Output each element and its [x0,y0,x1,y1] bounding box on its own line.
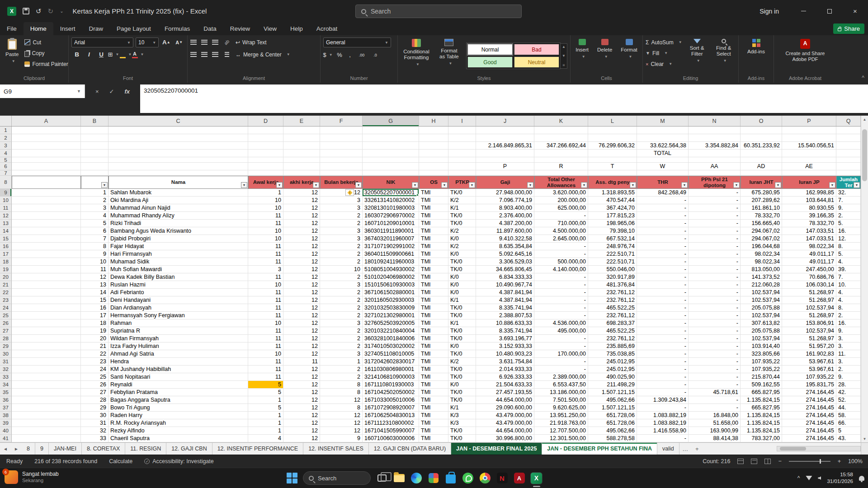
cell-G17[interactable]: 3604011509900661 [363,250,419,258]
cell-L24[interactable]: 465.522,25 [588,304,637,312]
cell-O26[interactable]: 307.613,82 [741,319,782,327]
cell-J30[interactable]: 10.480.903,23 [476,350,534,358]
vertical-scrollbar[interactable]: ▲ ▼ [861,116,868,442]
cell-M19[interactable]: - [637,266,689,273]
cell-O24[interactable]: 205.075,88 [741,304,782,312]
cell-F32[interactable]: 2 [320,366,363,373]
cell-B16[interactable]: 8 [81,243,108,250]
cell-L22[interactable]: 232.761,12 [588,289,637,296]
cell-N17[interactable]: - [689,250,741,258]
cell-E3[interactable] [283,142,320,150]
cell-G37[interactable]: 1671072908920007 [363,404,419,412]
cell-M36[interactable]: 1.309.243,84 [637,396,689,404]
cell-N38[interactable]: 16.848,00 [689,412,741,419]
cell-P4[interactable] [782,150,836,157]
cell-L13[interactable]: 198.965,06 [588,220,637,227]
cell-G5[interactable] [363,157,419,163]
cell-C15[interactable]: Djabid Probogiri [108,235,248,243]
cell-K26[interactable]: 4.536.000,00 [534,319,588,327]
cell-O38[interactable]: 1.135.824,15 [741,412,782,419]
cell-G2[interactable] [363,134,419,142]
cell-F8[interactable]: Bulan bekerja▼ [320,176,363,189]
cell-A6[interactable] [12,163,81,170]
cell-E23[interactable]: 12 [283,296,320,304]
filter-button-Q[interactable]: ▼ [854,182,860,188]
cell-Q35[interactable]: 42. [836,389,861,396]
cell-F27[interactable]: 2 [320,327,363,335]
cell-L38[interactable]: 651.728,06 [588,412,637,419]
cell-M17[interactable]: - [637,250,689,258]
cell-C32[interactable]: KM Jushandy Habibillah [108,366,248,373]
cell-H3[interactable] [419,142,448,150]
cell-O32[interactable]: 107.935,22 [741,366,782,373]
cell-C29[interactable]: Izza Fadry Huliman [108,343,248,350]
cell-N2[interactable] [689,134,741,142]
cell-D8[interactable]: Awal kerja▼ [248,176,283,189]
cell-I26[interactable]: K/1 [448,319,476,327]
cell-P24[interactable]: 102.537,94 [782,304,836,312]
cell-F21[interactable]: 3 [320,281,363,289]
cell-F18[interactable]: 2 [320,258,363,266]
cell-A12[interactable] [12,212,81,220]
cell-I28[interactable]: TK/0 [448,335,476,343]
cell-J27[interactable]: 8.335.741,94 [476,327,534,335]
cell-J35[interactable]: 27.457.193,55 [476,389,534,396]
cell-E2[interactable] [283,134,320,142]
cell-A7[interactable] [12,170,81,176]
cell-J9[interactable]: 27.948.000,00 [476,189,534,197]
cell-N5[interactable] [689,157,741,163]
cell-A21[interactable] [12,281,81,289]
cell-K5[interactable] [534,157,588,163]
cell-K14[interactable]: 4.500.000,00 [534,227,588,235]
row-header-30[interactable]: 30 [0,350,12,358]
cell-M21[interactable]: - [637,281,689,289]
cell-A40[interactable] [12,427,81,435]
cell-B18[interactable]: 10 [81,258,108,266]
volume-icon[interactable] [818,476,821,480]
cell-O8[interactable]: Iuran JHT▼ [741,176,782,189]
cell-G9[interactable]: 3205052207000001 [363,189,419,197]
cell-N27[interactable]: - [689,327,741,335]
column-header-F[interactable]: F [320,116,363,126]
font-color-button[interactable]: A▼ [132,50,143,59]
cell-E7[interactable] [283,170,320,176]
cell-L31[interactable]: 245.012,95 [588,358,637,366]
cell-F40[interactable]: 12 [320,427,363,435]
row-header-13[interactable]: 13 [0,220,12,227]
cell-O2[interactable] [741,134,782,142]
cell-J38[interactable]: 43.479.000,00 [476,412,534,419]
format-cells-button[interactable]: Format▼ [618,38,640,74]
zoom-level[interactable]: 100% [848,458,863,465]
filter-button-B[interactable]: ▼ [101,182,108,188]
cell-H5[interactable] [419,157,448,163]
cell-H10[interactable]: TMI [419,197,448,204]
cell-H32[interactable]: TMI [419,366,448,373]
cell-C30[interactable]: Ahmad Agi Satria [108,350,248,358]
cell-P9[interactable]: 162.998,85 [782,189,836,197]
name-box[interactable]: G9 ▼ [0,84,85,98]
column-header-Q[interactable]: Q [836,116,861,126]
cell-N10[interactable]: - [689,197,741,204]
cell-P14[interactable]: 147.033,51 [782,227,836,235]
cell-P10[interactable]: 103.644,81 [782,197,836,204]
cell-L6[interactable]: T [588,163,637,170]
cell-N23[interactable]: - [689,296,741,304]
cell-O5[interactable] [741,157,782,163]
cell-G4[interactable] [363,150,419,157]
cell-J37[interactable]: 29.090.600,00 [476,404,534,412]
cell-K10[interactable]: 200.000,00 [534,197,588,204]
cell-A14[interactable] [12,227,81,235]
cell-I9[interactable]: TK/0 [448,189,476,197]
cell-H35[interactable]: TMI [419,389,448,396]
wrap-text-button[interactable]: ↩Wrap Text [236,38,267,47]
cell-H7[interactable] [419,170,448,176]
cell-P8[interactable]: Iuran JP▼ [782,176,836,189]
cell-A33[interactable] [12,373,81,381]
formula-input[interactable]: 3205052207000001 [140,84,868,113]
cell-K18[interactable]: 500.000,00 [534,258,588,266]
cell-Q31[interactable]: 3. [836,358,861,366]
cell-M34[interactable]: - [637,381,689,389]
cell-O41[interactable]: 783.327,00 [741,435,782,442]
cell-H24[interactable]: TMI [419,304,448,312]
cell-C23[interactable]: Deni Handayani [108,296,248,304]
